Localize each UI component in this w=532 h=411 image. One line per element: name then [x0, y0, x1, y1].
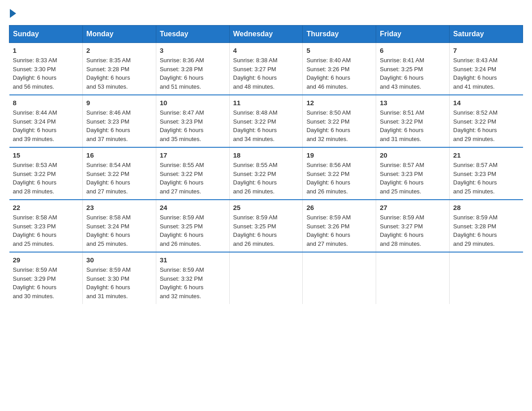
- day-number: 29: [13, 256, 79, 264]
- day-info: Sunrise: 8:59 AM Sunset: 3:26 PM Dayligh…: [306, 213, 372, 248]
- calendar-day-cell: 18Sunrise: 8:55 AM Sunset: 3:22 PM Dayli…: [229, 147, 303, 200]
- calendar-day-cell: 11Sunrise: 8:48 AM Sunset: 3:22 PM Dayli…: [229, 95, 303, 147]
- calendar-day-cell: 1Sunrise: 8:33 AM Sunset: 3:30 PM Daylig…: [9, 43, 83, 95]
- calendar-day-cell: 24Sunrise: 8:59 AM Sunset: 3:25 PM Dayli…: [156, 200, 229, 252]
- day-info: Sunrise: 8:59 AM Sunset: 3:29 PM Dayligh…: [13, 265, 79, 300]
- day-info: Sunrise: 8:36 AM Sunset: 3:28 PM Dayligh…: [160, 56, 226, 91]
- day-number: 8: [13, 99, 79, 107]
- day-info: Sunrise: 8:52 AM Sunset: 3:22 PM Dayligh…: [453, 108, 519, 143]
- day-info: Sunrise: 8:58 AM Sunset: 3:23 PM Dayligh…: [13, 213, 79, 248]
- calendar-day-cell: [303, 252, 376, 304]
- day-number: 7: [453, 47, 519, 54]
- calendar-day-cell: 19Sunrise: 8:56 AM Sunset: 3:22 PM Dayli…: [303, 147, 376, 200]
- day-number: 4: [233, 47, 299, 54]
- day-info: Sunrise: 8:59 AM Sunset: 3:25 PM Dayligh…: [160, 213, 226, 248]
- day-number: 20: [380, 151, 446, 159]
- calendar-day-cell: 31Sunrise: 8:59 AM Sunset: 3:32 PM Dayli…: [156, 252, 229, 304]
- calendar-day-cell: 16Sunrise: 8:54 AM Sunset: 3:22 PM Dayli…: [82, 147, 156, 200]
- calendar-day-cell: 15Sunrise: 8:53 AM Sunset: 3:22 PM Dayli…: [9, 147, 83, 200]
- day-number: 2: [86, 47, 152, 54]
- day-number: 24: [160, 204, 226, 211]
- calendar-day-cell: 6Sunrise: 8:41 AM Sunset: 3:25 PM Daylig…: [376, 43, 450, 95]
- day-info: Sunrise: 8:56 AM Sunset: 3:22 PM Dayligh…: [306, 161, 372, 196]
- day-info: Sunrise: 8:38 AM Sunset: 3:27 PM Dayligh…: [233, 56, 299, 91]
- calendar-day-cell: 30Sunrise: 8:59 AM Sunset: 3:30 PM Dayli…: [82, 252, 156, 304]
- calendar-day-cell: 17Sunrise: 8:55 AM Sunset: 3:22 PM Dayli…: [156, 147, 229, 200]
- calendar-week-row: 8Sunrise: 8:44 AM Sunset: 3:24 PM Daylig…: [9, 95, 523, 147]
- calendar-week-row: 15Sunrise: 8:53 AM Sunset: 3:22 PM Dayli…: [9, 147, 523, 200]
- day-number: 18: [233, 151, 299, 159]
- day-number: 14: [453, 99, 519, 107]
- day-number: 30: [86, 256, 152, 264]
- calendar-day-cell: 14Sunrise: 8:52 AM Sunset: 3:22 PM Dayli…: [450, 95, 523, 147]
- calendar-day-cell: 7Sunrise: 8:43 AM Sunset: 3:24 PM Daylig…: [450, 43, 523, 95]
- day-info: Sunrise: 8:58 AM Sunset: 3:24 PM Dayligh…: [86, 213, 152, 248]
- day-info: Sunrise: 8:59 AM Sunset: 3:28 PM Dayligh…: [453, 213, 519, 248]
- day-info: Sunrise: 8:46 AM Sunset: 3:23 PM Dayligh…: [86, 108, 152, 143]
- day-info: Sunrise: 8:57 AM Sunset: 3:23 PM Dayligh…: [453, 161, 519, 196]
- calendar-day-cell: 21Sunrise: 8:57 AM Sunset: 3:23 PM Dayli…: [450, 147, 523, 200]
- day-info: Sunrise: 8:41 AM Sunset: 3:25 PM Dayligh…: [380, 56, 446, 91]
- calendar-day-cell: 13Sunrise: 8:51 AM Sunset: 3:22 PM Dayli…: [376, 95, 450, 147]
- weekday-header: Tuesday: [156, 26, 229, 43]
- day-info: Sunrise: 8:33 AM Sunset: 3:30 PM Dayligh…: [13, 56, 79, 91]
- logo: [9, 9, 17, 16]
- day-number: 9: [86, 99, 152, 107]
- calendar-day-cell: 20Sunrise: 8:57 AM Sunset: 3:23 PM Dayli…: [376, 147, 450, 200]
- day-number: 23: [86, 204, 152, 211]
- day-info: Sunrise: 8:55 AM Sunset: 3:22 PM Dayligh…: [160, 161, 226, 196]
- day-number: 31: [160, 256, 226, 264]
- calendar-week-row: 22Sunrise: 8:58 AM Sunset: 3:23 PM Dayli…: [9, 200, 523, 252]
- weekday-header: Saturday: [450, 26, 523, 43]
- calendar-day-cell: 25Sunrise: 8:59 AM Sunset: 3:25 PM Dayli…: [229, 200, 303, 252]
- calendar-day-cell: 8Sunrise: 8:44 AM Sunset: 3:24 PM Daylig…: [9, 95, 83, 147]
- day-info: Sunrise: 8:44 AM Sunset: 3:24 PM Dayligh…: [13, 108, 79, 143]
- day-info: Sunrise: 8:51 AM Sunset: 3:22 PM Dayligh…: [380, 108, 446, 143]
- calendar-day-cell: [376, 252, 450, 304]
- day-number: 3: [160, 47, 226, 54]
- day-info: Sunrise: 8:59 AM Sunset: 3:25 PM Dayligh…: [233, 213, 299, 248]
- day-number: 26: [306, 204, 372, 211]
- day-number: 21: [453, 151, 519, 159]
- day-number: 22: [13, 204, 79, 211]
- weekday-header: Monday: [82, 26, 156, 43]
- weekday-header: Friday: [376, 26, 450, 43]
- calendar-day-cell: 26Sunrise: 8:59 AM Sunset: 3:26 PM Dayli…: [303, 200, 376, 252]
- weekday-header: Sunday: [9, 26, 83, 43]
- day-number: 6: [380, 47, 446, 54]
- day-number: 13: [380, 99, 446, 107]
- calendar-day-cell: [229, 252, 303, 304]
- day-info: Sunrise: 8:59 AM Sunset: 3:30 PM Dayligh…: [86, 265, 152, 300]
- calendar-day-cell: 2Sunrise: 8:35 AM Sunset: 3:28 PM Daylig…: [82, 43, 156, 95]
- calendar-header: SundayMondayTuesdayWednesdayThursdayFrid…: [9, 26, 523, 43]
- calendar-day-cell: 3Sunrise: 8:36 AM Sunset: 3:28 PM Daylig…: [156, 43, 229, 95]
- day-info: Sunrise: 8:50 AM Sunset: 3:22 PM Dayligh…: [306, 108, 372, 143]
- calendar-week-row: 1Sunrise: 8:33 AM Sunset: 3:30 PM Daylig…: [9, 43, 523, 95]
- calendar-day-cell: 27Sunrise: 8:59 AM Sunset: 3:27 PM Dayli…: [376, 200, 450, 252]
- calendar-week-row: 29Sunrise: 8:59 AM Sunset: 3:29 PM Dayli…: [9, 252, 523, 304]
- day-number: 27: [380, 204, 446, 211]
- calendar-day-cell: 4Sunrise: 8:38 AM Sunset: 3:27 PM Daylig…: [229, 43, 303, 95]
- day-info: Sunrise: 8:59 AM Sunset: 3:32 PM Dayligh…: [160, 265, 226, 300]
- day-info: Sunrise: 8:57 AM Sunset: 3:23 PM Dayligh…: [380, 161, 446, 196]
- weekday-header: Thursday: [303, 26, 376, 43]
- calendar-day-cell: 23Sunrise: 8:58 AM Sunset: 3:24 PM Dayli…: [82, 200, 156, 252]
- calendar-day-cell: 29Sunrise: 8:59 AM Sunset: 3:29 PM Dayli…: [9, 252, 83, 304]
- day-number: 1: [13, 47, 79, 54]
- day-info: Sunrise: 8:53 AM Sunset: 3:22 PM Dayligh…: [13, 161, 79, 196]
- day-number: 12: [306, 99, 372, 107]
- day-number: 11: [233, 99, 299, 107]
- page-header: [9, 9, 523, 16]
- calendar-day-cell: 10Sunrise: 8:47 AM Sunset: 3:23 PM Dayli…: [156, 95, 229, 147]
- day-number: 17: [160, 151, 226, 159]
- day-number: 19: [306, 151, 372, 159]
- logo-arrow-icon: [10, 9, 16, 18]
- day-info: Sunrise: 8:55 AM Sunset: 3:22 PM Dayligh…: [233, 161, 299, 196]
- day-info: Sunrise: 8:48 AM Sunset: 3:22 PM Dayligh…: [233, 108, 299, 143]
- day-number: 10: [160, 99, 226, 107]
- day-number: 28: [453, 204, 519, 211]
- day-info: Sunrise: 8:43 AM Sunset: 3:24 PM Dayligh…: [453, 56, 519, 91]
- calendar-day-cell: 12Sunrise: 8:50 AM Sunset: 3:22 PM Dayli…: [303, 95, 376, 147]
- day-info: Sunrise: 8:59 AM Sunset: 3:27 PM Dayligh…: [380, 213, 446, 248]
- weekday-header: Wednesday: [229, 26, 303, 43]
